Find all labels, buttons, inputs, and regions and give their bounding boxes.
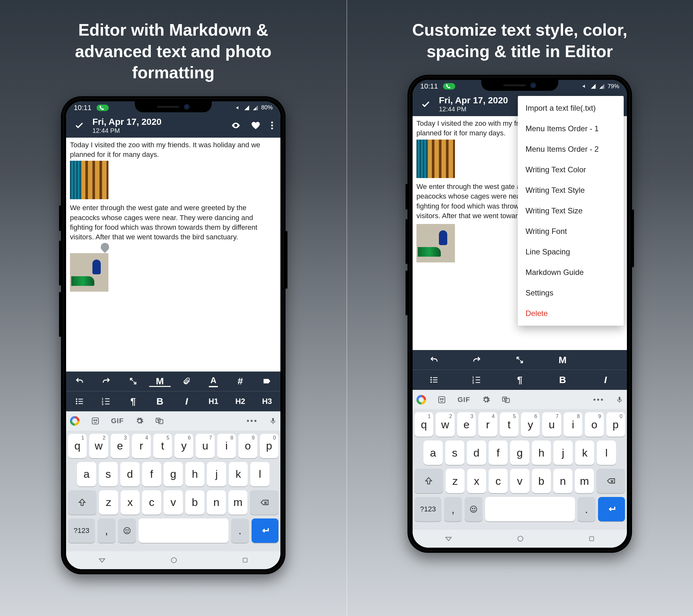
h3-button[interactable]: H3	[254, 397, 281, 406]
key-x[interactable]: x	[467, 469, 486, 493]
editor-content[interactable]: Today I visited the zoo with my friends.…	[66, 138, 280, 372]
done-icon[interactable]	[73, 119, 86, 132]
period-key[interactable]: .	[231, 518, 249, 543]
key-r[interactable]: r4	[132, 434, 151, 458]
markdown-button[interactable]: M	[541, 355, 584, 365]
comma-key[interactable]: ,	[98, 518, 116, 543]
overflow-icon[interactable]	[269, 119, 275, 132]
menu-item-writing-text-size[interactable]: Writing Text Size	[518, 200, 624, 221]
key-k[interactable]: k	[229, 462, 248, 486]
enter-key[interactable]	[598, 497, 625, 521]
key-u[interactable]: u7	[542, 412, 561, 437]
key-h[interactable]: h	[532, 440, 551, 465]
key-c[interactable]: c	[489, 469, 508, 493]
key-y[interactable]: y6	[175, 434, 193, 458]
key-p[interactable]: p0	[606, 412, 625, 437]
backspace-key[interactable]	[250, 490, 278, 515]
key-f[interactable]: f	[142, 462, 161, 486]
google-icon[interactable]	[416, 395, 426, 404]
key-j[interactable]: j	[553, 440, 573, 465]
emoji-key[interactable]	[118, 518, 136, 543]
nav-back-icon[interactable]	[98, 556, 106, 564]
key-x[interactable]: x	[121, 490, 140, 515]
markdown-button[interactable]: M	[146, 376, 174, 386]
settings-icon[interactable]	[135, 417, 144, 425]
shift-key[interactable]	[68, 490, 97, 515]
number-list-button[interactable]: 123	[93, 397, 120, 406]
image-thumbnail-tiger[interactable]	[70, 161, 108, 199]
nav-recents-icon[interactable]	[242, 557, 249, 564]
key-b[interactable]: b	[185, 490, 204, 515]
bold-button[interactable]: B	[541, 374, 584, 385]
comma-key[interactable]: ,	[444, 497, 462, 521]
key-a[interactable]: a	[423, 440, 443, 465]
key-r[interactable]: r4	[478, 412, 497, 437]
key-u[interactable]: u7	[196, 434, 214, 458]
key-c[interactable]: c	[142, 490, 161, 515]
key-i[interactable]: i8	[564, 412, 582, 437]
image-thumbnail-peacock[interactable]	[70, 253, 108, 292]
translate-icon[interactable]	[502, 396, 510, 404]
mic-icon[interactable]	[616, 396, 623, 404]
key-q[interactable]: q1	[415, 412, 433, 437]
nav-home-icon[interactable]	[517, 535, 524, 542]
key-d[interactable]: d	[467, 440, 486, 465]
enter-key[interactable]	[252, 518, 278, 543]
key-o[interactable]: o9	[238, 434, 257, 458]
menu-item-markdown-guide[interactable]: Markdown Guide	[518, 262, 624, 283]
key-g[interactable]: g	[510, 440, 529, 465]
fullscreen-button[interactable]	[498, 356, 541, 364]
fullscreen-button[interactable]	[120, 377, 146, 385]
shift-key[interactable]	[415, 469, 443, 493]
nav-recents-icon[interactable]	[588, 535, 595, 542]
nav-back-icon[interactable]	[444, 535, 453, 543]
text-cursor-handle[interactable]	[99, 241, 111, 253]
more-icon[interactable]: •••	[247, 417, 258, 425]
key-n[interactable]: n	[207, 490, 226, 515]
key-h[interactable]: h	[185, 462, 205, 486]
key-m[interactable]: m	[575, 469, 594, 493]
bullet-list-button[interactable]	[66, 397, 93, 406]
key-s[interactable]: s	[445, 440, 464, 465]
more-icon[interactable]: •••	[593, 396, 605, 404]
paragraph-button[interactable]: ¶	[120, 396, 146, 407]
key-z[interactable]: z	[446, 469, 464, 493]
bullet-list-button[interactable]	[413, 375, 456, 384]
menu-item-import-a-text-file-txt[interactable]: Import a text file(.txt)	[518, 98, 624, 118]
sticker-icon[interactable]	[91, 417, 99, 425]
undo-button[interactable]	[413, 356, 456, 364]
translate-icon[interactable]	[155, 417, 164, 425]
menu-item-writing-text-color[interactable]: Writing Text Color	[518, 159, 624, 180]
sticker-icon[interactable]	[438, 396, 446, 404]
image-thumbnail-peacock[interactable]	[416, 224, 455, 262]
mic-icon[interactable]	[270, 417, 277, 425]
paragraph-button[interactable]: ¶	[498, 374, 541, 385]
key-y[interactable]: y6	[521, 412, 540, 437]
key-t[interactable]: t5	[153, 434, 172, 458]
key-s[interactable]: s	[99, 462, 118, 486]
redo-button[interactable]	[93, 377, 120, 386]
menu-item-line-spacing[interactable]: Line Spacing	[518, 242, 624, 262]
menu-item-writing-text-style[interactable]: Writing Text Style	[518, 180, 624, 200]
key-z[interactable]: z	[99, 490, 118, 515]
redo-button[interactable]	[456, 356, 499, 364]
emoji-key[interactable]	[464, 497, 482, 521]
menu-item-menu-items-order-1[interactable]: Menu Items Order - 1	[518, 118, 624, 139]
h1-button[interactable]: H1	[200, 397, 227, 406]
period-key[interactable]: .	[577, 497, 595, 521]
menu-item-delete[interactable]: Delete	[518, 303, 624, 324]
number-list-button[interactable]: 123	[456, 375, 499, 384]
appbar-title-block[interactable]: Fri, Apr 17, 2020 12:44 PM	[93, 117, 223, 135]
key-j[interactable]: j	[207, 462, 226, 486]
bold-button[interactable]: B	[146, 396, 174, 407]
italic-button[interactable]: I	[584, 374, 627, 385]
attach-button[interactable]	[173, 377, 200, 386]
key-p[interactable]: p0	[260, 434, 278, 458]
menu-item-settings[interactable]: Settings	[518, 283, 624, 303]
image-thumbnail-tiger[interactable]	[416, 140, 455, 178]
gif-button[interactable]: GIF	[457, 396, 470, 404]
key-i[interactable]: i8	[217, 434, 236, 458]
symbols-key[interactable]: ?123	[68, 518, 95, 543]
key-v[interactable]: v	[510, 469, 529, 493]
done-icon[interactable]	[419, 98, 433, 111]
